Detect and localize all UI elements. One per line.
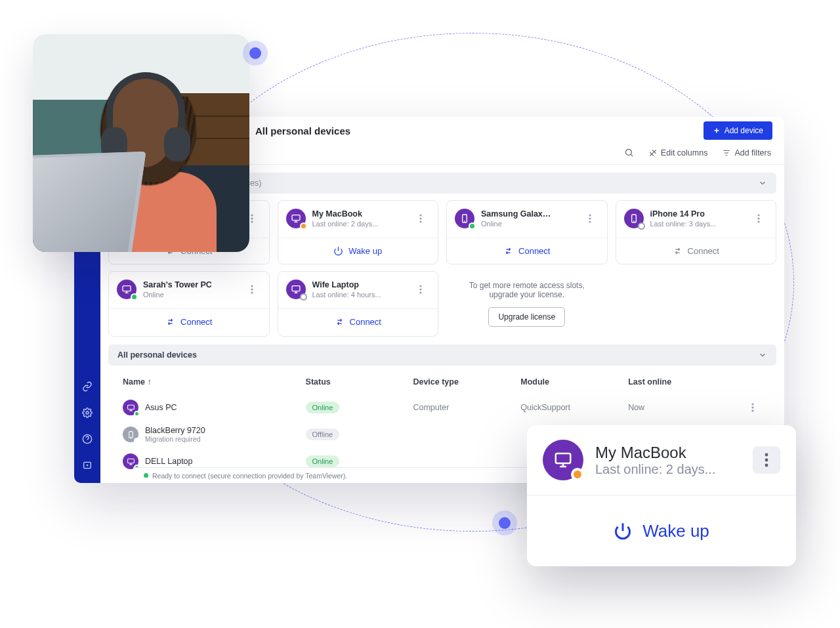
detail-subtitle: Last online: 2 days... xyxy=(595,462,715,477)
table-row[interactable]: Asus PC Online Computer QuickSupport Now xyxy=(108,394,776,421)
detail-action-wake[interactable]: Wake up xyxy=(527,495,796,566)
detail-more-button[interactable] xyxy=(753,446,780,474)
device-action-button[interactable]: Connect xyxy=(278,308,438,335)
columns-icon xyxy=(648,148,658,157)
row-module: QuickSupport xyxy=(520,403,628,412)
device-more-button[interactable] xyxy=(251,214,261,223)
swap-icon xyxy=(673,246,682,256)
device-subtitle: Online xyxy=(143,291,212,299)
svg-point-33 xyxy=(757,214,759,216)
row-name: DELL Laptop xyxy=(145,457,193,466)
upgrade-license-button[interactable]: Upgrade license xyxy=(488,307,565,327)
svg-point-45 xyxy=(419,285,421,287)
status-badge-icon xyxy=(638,222,645,230)
col-module[interactable]: Module xyxy=(520,377,628,387)
device-name: iPhone 14 Pro xyxy=(650,209,717,220)
device-more-button[interactable] xyxy=(419,285,430,294)
device-more-button[interactable] xyxy=(757,214,768,223)
col-name[interactable]: Name ↑ xyxy=(123,377,306,387)
device-more-button[interactable] xyxy=(589,214,599,223)
status-dot-icon xyxy=(144,473,148,478)
device-action-button[interactable]: Connect xyxy=(109,308,269,335)
device-icon xyxy=(286,280,306,299)
col-type[interactable]: Device type xyxy=(413,377,520,387)
svg-rect-48 xyxy=(127,405,134,409)
more-icon xyxy=(419,285,422,294)
svg-point-53 xyxy=(751,409,753,411)
col-last-online[interactable]: Last online xyxy=(628,377,736,387)
status-badge-icon xyxy=(134,438,140,444)
row-type: Computer xyxy=(413,403,520,412)
swap-icon xyxy=(165,317,175,327)
status-badge-icon xyxy=(134,411,140,417)
swap-icon xyxy=(335,317,345,327)
device-action-button[interactable]: Wake up xyxy=(278,238,438,264)
device-card[interactable]: Wife Laptop Last online: 4 hours... Conn… xyxy=(278,271,439,337)
sidebar-icon-links[interactable] xyxy=(81,381,93,392)
device-name: My MacBook xyxy=(312,209,379,220)
status-pill: Online xyxy=(306,402,340,413)
add-filters-button[interactable]: Add filters xyxy=(722,148,771,157)
detail-title: My MacBook xyxy=(595,444,715,462)
search-button[interactable] xyxy=(624,148,634,157)
device-card[interactable]: iPhone 14 Pro Last online: 3 days... Con… xyxy=(616,200,777,264)
sidebar-icon-expand[interactable] xyxy=(81,459,93,471)
section-all-title: All personal devices xyxy=(117,350,197,360)
row-more-button[interactable] xyxy=(751,403,762,412)
svg-point-22 xyxy=(419,214,421,216)
device-card[interactable]: Samsung Galaxy... Online Connect xyxy=(446,200,608,264)
swap-icon xyxy=(503,246,513,256)
device-icon xyxy=(543,440,583,480)
device-name: Sarah's Tower PC xyxy=(143,280,212,291)
device-icon xyxy=(123,400,138,415)
col-status[interactable]: Status xyxy=(306,377,413,387)
device-card[interactable]: Sarah's Tower PC Online Connect xyxy=(108,271,270,337)
more-icon xyxy=(751,403,754,412)
device-more-button[interactable] xyxy=(251,285,261,294)
more-icon xyxy=(589,214,591,223)
section-all-header[interactable]: All personal devices xyxy=(108,345,776,366)
svg-rect-36 xyxy=(123,286,131,291)
device-action-label: Wake up xyxy=(348,246,382,256)
svg-point-68 xyxy=(765,453,768,457)
svg-point-34 xyxy=(757,217,759,219)
device-icon xyxy=(286,209,306,228)
svg-point-18 xyxy=(251,220,253,222)
more-icon xyxy=(419,214,422,223)
more-icon xyxy=(765,453,768,467)
status-badge-icon xyxy=(571,468,584,481)
device-action-label: Connect xyxy=(350,317,381,327)
svg-point-40 xyxy=(251,288,253,290)
device-action-button[interactable]: Connect xyxy=(616,238,776,264)
device-more-button[interactable] xyxy=(419,214,430,223)
svg-line-9 xyxy=(631,154,633,156)
status-badge-icon xyxy=(300,222,307,230)
sort-icon: ↑ xyxy=(148,377,152,387)
add-device-button[interactable]: Add device xyxy=(704,121,772,140)
device-name: Wife Laptop xyxy=(312,280,381,291)
svg-point-8 xyxy=(625,150,631,156)
svg-rect-19 xyxy=(292,215,300,220)
device-subtitle: Last online: 4 hours... xyxy=(312,291,381,299)
device-card[interactable]: My MacBook Last online: 2 days... Wake u… xyxy=(278,200,439,264)
add-device-label: Add device xyxy=(724,126,763,135)
row-name: BlackBerry 9720 xyxy=(145,426,205,435)
sidebar-icon-settings[interactable] xyxy=(81,407,93,419)
edit-columns-button[interactable]: Edit columns xyxy=(648,148,708,157)
add-filters-label: Add filters xyxy=(734,148,771,157)
device-icon xyxy=(455,209,474,228)
device-subtitle: Last online: 2 days... xyxy=(312,220,379,228)
table-header: Name ↑ Status Device type Module Last on… xyxy=(108,369,776,394)
sidebar-icon-help[interactable] xyxy=(81,433,93,445)
svg-point-0 xyxy=(86,411,89,414)
upsell-text: To get more remote access slots, upgrade… xyxy=(457,281,597,299)
device-action-button[interactable]: Connect xyxy=(447,238,607,264)
svg-point-46 xyxy=(419,288,421,290)
status-pill: Online xyxy=(306,455,340,467)
svg-point-47 xyxy=(419,291,421,293)
device-action-label: Connect xyxy=(688,246,719,256)
device-action-label: Connect xyxy=(518,246,550,256)
svg-point-17 xyxy=(251,217,253,219)
decor-dot-bottom xyxy=(499,517,511,529)
svg-point-69 xyxy=(765,459,768,462)
